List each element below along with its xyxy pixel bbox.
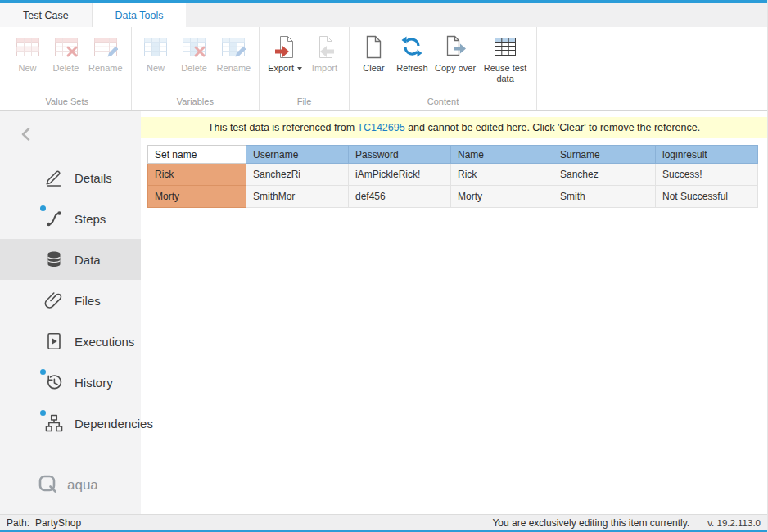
reuse-test-data-button[interactable]: Reuse test data: [480, 31, 531, 86]
sidebar-item-label: Details: [75, 171, 112, 185]
ribbon-group-buttons: Clear Refresh Copy over: [355, 31, 531, 95]
cell-name[interactable]: Morty: [451, 186, 553, 208]
sidebar-item-executions[interactable]: Executions: [0, 321, 141, 362]
exclusive-editing-notice: You are exclusively editing this item cu…: [492, 517, 689, 529]
cell-loginresult[interactable]: Success!: [656, 164, 758, 186]
clear-button[interactable]: Clear: [355, 31, 392, 75]
tab-label: Data Tools: [115, 10, 164, 21]
status-bar: Path: PartyShop You are exclusively edit…: [0, 514, 767, 530]
ribbon-group-buttons: Export Import: [265, 31, 343, 95]
copy-over-button[interactable]: Copy over: [432, 31, 478, 75]
sidebar-item-label: History: [75, 376, 113, 390]
sidebar-item-label: Data: [75, 253, 101, 267]
button-label: Delete: [53, 63, 79, 74]
export-label-row: Export: [268, 63, 302, 74]
sidebar-item-data[interactable]: Data: [0, 239, 141, 280]
aqua-logo-text: aqua: [67, 477, 98, 494]
sidebar-item-label: Dependencies: [75, 417, 153, 431]
ribbon-group-buttons: New Delete Rename: [9, 31, 125, 95]
variables-delete-button: Delete: [176, 31, 213, 75]
tab-test-case[interactable]: Test Case: [0, 3, 93, 27]
ribbon-group-label: Variables: [138, 95, 254, 110]
variables-new-button: New: [138, 31, 174, 75]
cell-password[interactable]: def456: [349, 186, 451, 208]
button-label: New: [18, 63, 36, 74]
variable-table-rename-icon: [221, 33, 246, 61]
valueset-table-delete-icon: [54, 33, 79, 61]
cell-username[interactable]: SmithMor: [246, 186, 349, 208]
button-label: Export: [268, 63, 294, 74]
export-button[interactable]: Export: [265, 31, 305, 75]
column-header-loginresult[interactable]: loginresult: [656, 146, 758, 164]
variable-table-delete-icon: [182, 33, 206, 61]
window-body: Details Steps Data Files: [0, 111, 767, 514]
cell-name[interactable]: Rick: [451, 164, 553, 186]
cell-password[interactable]: iAmPickleRick!: [349, 164, 451, 186]
ribbon-group-label: Value Sets: [9, 95, 125, 110]
sidebar-item-dependencies[interactable]: Dependencies: [0, 403, 141, 444]
paperclip-icon: [44, 291, 64, 310]
test-data-table: Set name Username Password Name Surname …: [147, 145, 758, 208]
refresh-button[interactable]: Refresh: [394, 31, 431, 75]
button-label: Rename: [88, 63, 123, 74]
ribbon-tab-bar: Test Case Data Tools: [0, 3, 767, 27]
cell-username[interactable]: SanchezRi: [246, 164, 349, 186]
sidebar-item-history[interactable]: History: [0, 362, 141, 403]
cell-surname[interactable]: Smith: [553, 186, 656, 208]
button-label: Copy over: [435, 63, 476, 74]
column-header-surname[interactable]: Surname: [553, 146, 656, 164]
tab-label: Test Case: [23, 10, 69, 21]
sidebar-item-files[interactable]: Files: [0, 280, 141, 321]
sidebar-item-label: Executions: [75, 335, 134, 349]
ribbon-group-label: File: [265, 95, 343, 110]
referenced-testcase-link[interactable]: TC142695: [357, 122, 404, 133]
aqua-logo: aqua: [0, 474, 141, 514]
cell-set-name[interactable]: Morty: [148, 186, 246, 208]
banner-text-before: This test data is referenced from: [208, 122, 358, 133]
button-label: Refresh: [396, 63, 428, 74]
valueset-table-new-icon: [16, 33, 40, 61]
test-data-grid-container: Set name Username Password Name Surname …: [141, 138, 767, 214]
table-header-row: Set name Username Password Name Surname …: [148, 146, 758, 164]
aqua-logo-icon: [38, 474, 60, 496]
notification-badge-dot: [40, 205, 46, 211]
import-button: Import: [306, 31, 343, 75]
sidebar-item-label: Files: [75, 294, 101, 308]
path-value: PartyShop: [35, 517, 81, 529]
sidebar-item-details[interactable]: Details: [0, 157, 141, 198]
cell-loginresult[interactable]: Not Successful: [656, 186, 758, 208]
ribbon-group-buttons: New Delete Rename: [138, 31, 254, 95]
cell-set-name[interactable]: Rick: [148, 164, 246, 186]
dropdown-caret-icon: [297, 67, 302, 70]
ribbon-group-label: Content: [355, 95, 531, 110]
column-header-password[interactable]: Password: [349, 146, 451, 164]
column-header-set-name[interactable]: Set name: [148, 146, 246, 164]
variables-rename-button: Rename: [215, 31, 254, 75]
back-button[interactable]: [0, 111, 141, 157]
column-header-username[interactable]: Username: [246, 146, 349, 164]
column-header-name[interactable]: Name: [451, 146, 553, 164]
path-label: Path:: [7, 517, 29, 529]
app-window: Test Case Data Tools New Delete: [0, 0, 768, 532]
sidebar: Details Steps Data Files: [0, 111, 141, 514]
variable-table-new-icon: [143, 33, 168, 61]
tab-data-tools[interactable]: Data Tools: [93, 3, 187, 27]
copy-over-icon: [443, 33, 468, 61]
table-row: Rick SanchezRi iAmPickleRick! Rick Sanch…: [148, 164, 758, 186]
ribbon-group-value-sets: New Delete Rename Value Sets: [3, 27, 132, 110]
chevron-left-icon: [20, 127, 33, 142]
execution-run-icon: [44, 331, 64, 351]
export-icon: [273, 33, 297, 61]
cell-surname[interactable]: Sanchez: [553, 164, 656, 186]
button-label: Clear: [363, 63, 384, 74]
valueset-table-rename-icon: [93, 33, 118, 61]
button-label: New: [147, 63, 165, 74]
sidebar-item-steps[interactable]: Steps: [0, 198, 141, 239]
ribbon-group-file: Export Import File: [260, 27, 350, 110]
button-label: Delete: [181, 63, 207, 74]
import-icon: [312, 33, 337, 61]
button-label: Reuse test data: [482, 63, 528, 84]
version-label: v. 19.2.113.0: [707, 518, 761, 528]
ribbon-group-variables: New Delete Rename Variables: [132, 27, 260, 110]
main-content: This test data is referenced from TC1426…: [141, 111, 767, 514]
